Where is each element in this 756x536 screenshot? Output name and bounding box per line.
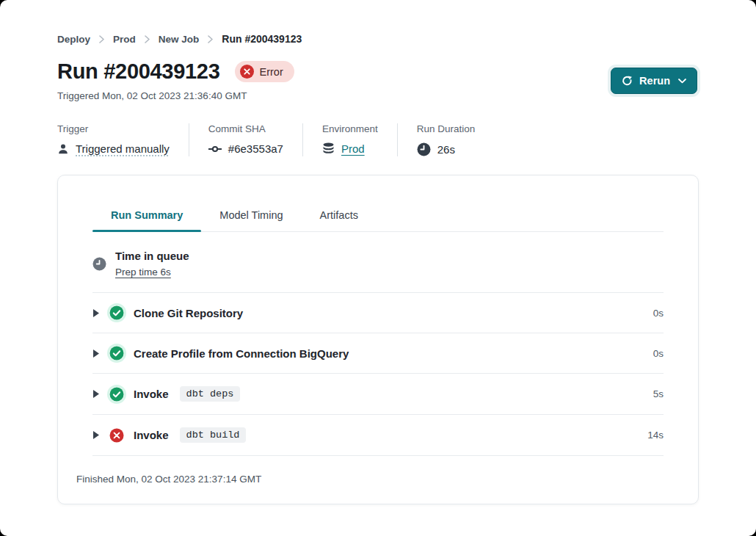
prep-time-link[interactable]: Prep time 6s [115,267,171,278]
step-duration: 0s [653,348,664,359]
breadcrumb-item-deploy[interactable]: Deploy [57,34,90,45]
tab-artifacts[interactable]: Artifacts [302,209,377,231]
page-title: Run #200439123 [57,59,220,84]
time-in-queue-title: Time in queue [115,250,189,262]
queue-clock-icon [92,257,106,271]
breadcrumb-item-new-job[interactable]: New Job [159,34,200,45]
chevron-right-icon [99,35,104,43]
finished-timestamp: Finished Mon, 02 Oct 2023 21:37:14 GMT [76,474,680,485]
step-label: Invoke [134,429,169,441]
rerun-button[interactable]: Rerun [611,68,697,94]
x-circle-icon [240,65,254,79]
step-row-dbt-deps[interactable]: Invoke dbt deps 5s [92,374,664,415]
tab-bar: Run Summary Model Timing Artifacts [92,209,664,232]
caret-right-icon[interactable] [92,389,100,399]
clock-icon [417,142,431,156]
meta-trigger-label: Trigger [57,123,170,134]
check-circle-icon [109,346,124,361]
person-icon [57,143,69,155]
step-row-create-profile[interactable]: Create Profile from Connection BigQuery … [92,333,664,374]
caret-right-icon[interactable] [92,430,100,440]
meta-commit-label: Commit SHA [208,123,283,134]
meta-commit-sha: Commit SHA #6e3553a7 [208,123,303,156]
chevron-right-icon [145,35,150,43]
meta-trigger: Trigger Triggered manually [57,123,189,156]
x-circle-icon [109,428,124,443]
step-label: Invoke [134,388,169,400]
environment-link[interactable]: Prod [341,142,365,155]
step-row-dbt-build[interactable]: Invoke dbt build 14s [92,415,664,456]
breadcrumb-item-current-run: Run #200439123 [222,33,302,45]
step-label: Clone Git Repository [134,307,243,319]
run-detail-page: Deploy Prod New Job Run #200439123 Run #… [0,0,756,536]
commit-icon [208,145,222,153]
breadcrumb-item-prod[interactable]: Prod [113,34,136,45]
breadcrumb: Deploy Prod New Job Run #200439123 [0,0,756,45]
caret-right-icon[interactable] [92,308,100,318]
run-meta-row: Trigger Triggered manually Commit SHA #6… [57,123,756,156]
status-badge-label: Error [260,66,283,78]
step-row-clone-git[interactable]: Clone Git Repository 0s [92,293,664,333]
run-duration-value: 26s [437,143,455,156]
check-circle-icon [109,387,124,402]
time-in-queue-row: Time in queue Prep time 6s [92,250,664,293]
rerun-button-label: Rerun [639,75,670,87]
meta-duration-label: Run Duration [417,123,476,134]
check-circle-icon [109,305,124,320]
step-duration: 0s [653,308,664,319]
meta-run-duration: Run Duration 26s [417,123,495,156]
run-summary-card: Run Summary Model Timing Artifacts Time … [57,175,699,504]
trigger-value[interactable]: Triggered manually [76,142,170,155]
step-command-chip: dbt build [180,427,247,443]
chevron-down-icon [678,79,686,84]
caret-right-icon[interactable] [92,349,100,358]
tab-model-timing[interactable]: Model Timing [201,209,301,231]
refresh-icon [622,76,633,87]
step-duration: 14s [647,430,664,441]
step-label: Create Profile from Connection BigQuery [134,347,349,360]
database-icon [322,142,335,155]
step-command-chip: dbt deps [180,386,241,402]
meta-environment-label: Environment [322,123,378,134]
step-duration: 5s [653,388,664,399]
chevron-right-icon [208,35,213,43]
meta-environment: Environment Prod [322,123,398,156]
status-badge: Error [235,61,294,82]
commit-sha-value: #6e3553a7 [228,142,283,155]
tab-run-summary[interactable]: Run Summary [92,209,201,231]
